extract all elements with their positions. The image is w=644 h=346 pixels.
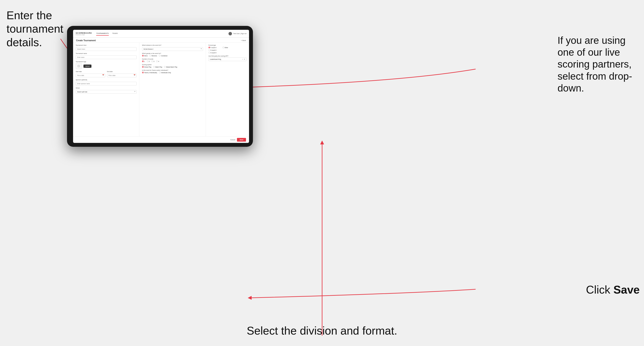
round-2-radio[interactable] xyxy=(147,60,148,62)
host-label: Tournament Host xyxy=(76,44,137,46)
nav-tabs: TOURNAMENTS TEAMS xyxy=(96,31,228,36)
format-6count5-radio[interactable] xyxy=(208,52,210,53)
scoring-medal[interactable]: Medal Match Play xyxy=(164,66,177,68)
scoring-label: Scoring system xyxy=(142,64,203,65)
form-col-3: Format type 5 count 4 Other xyxy=(206,43,249,136)
gender-label: Which gender is the event for? xyxy=(142,53,203,54)
scoring-match[interactable]: Match Play xyxy=(153,66,162,68)
back-link[interactable]: < Back xyxy=(241,39,246,41)
round-3-radio[interactable] xyxy=(151,60,153,62)
division-select-wrapper: NCAA Division I xyxy=(142,47,203,51)
teams-plus-radio[interactable] xyxy=(142,72,144,73)
round-4-radio[interactable] xyxy=(156,60,158,62)
round-3[interactable]: 3 xyxy=(151,60,154,62)
end-date-input[interactable] xyxy=(107,74,137,77)
dates-group: Start date 📅 End date 📅 xyxy=(76,71,137,77)
division-select[interactable]: NCAA Division I xyxy=(142,47,203,51)
upload-button[interactable]: Upload xyxy=(84,65,92,68)
nav-logo: SCOREBOARD Powered by Clippit xyxy=(76,32,92,35)
teams-plus[interactable]: Teams (+Individuals) xyxy=(142,72,157,73)
individuals-only-radio[interactable] xyxy=(159,72,160,73)
scoring-group: Scoring system Stroke Play Match Play xyxy=(142,64,203,68)
tab-tournaments[interactable]: TOURNAMENTS xyxy=(96,31,109,36)
start-label: Start date xyxy=(76,71,105,72)
third-party-value: Leaderboard King xyxy=(210,58,221,60)
format-group: Format type 5 count 4 Other xyxy=(208,44,246,53)
form-col-2: Which division is the event for? NCAA Di… xyxy=(140,43,206,136)
gender-mens[interactable]: Mens xyxy=(142,55,148,57)
format-other[interactable]: Other xyxy=(222,47,228,48)
round-1[interactable]: 1 xyxy=(142,60,145,62)
format-5count4[interactable]: 5 count 4 xyxy=(208,47,216,48)
scoring-stroke[interactable]: Stroke Play xyxy=(142,66,151,68)
logo-group: Tournament logo Upload xyxy=(76,61,137,69)
division-group: Which division is the event for? NCAA Di… xyxy=(142,44,203,51)
round-1-radio[interactable] xyxy=(142,60,144,62)
gender-womens[interactable]: Womens xyxy=(150,55,157,57)
logo-area: Upload xyxy=(76,63,137,69)
end-date-group: End date 📅 xyxy=(107,71,137,77)
sponsor-label: Sponsor (optional) xyxy=(76,79,137,81)
format-5count4-radio[interactable] xyxy=(208,47,210,48)
venue-select[interactable]: Search golf club xyxy=(76,90,137,94)
scoring-medal-radio[interactable] xyxy=(164,66,166,68)
cancel-button[interactable]: Cancel xyxy=(230,139,235,141)
format-type-row-2: 6 count 4 xyxy=(208,49,246,51)
date-row: Start date 📅 End date 📅 xyxy=(76,71,137,77)
gender-radio-group: Mens Womens Combined xyxy=(142,55,203,57)
tablet: SCOREBOARD Powered by Clippit TOURNAMENT… xyxy=(67,26,253,147)
content-header: Create Tournament < Back xyxy=(73,37,249,43)
page-title: Create Tournament xyxy=(76,39,96,42)
name-input[interactable] xyxy=(76,55,137,59)
third-party-label: Use third-party live scoring API? xyxy=(208,55,246,57)
rounds-radio-group: 1 2 3 4 xyxy=(142,60,203,62)
venue-select-wrapper: Search golf club xyxy=(76,89,137,94)
gender-combined-radio[interactable] xyxy=(159,55,160,57)
third-party-input[interactable]: Leaderboard King × ▾ xyxy=(208,57,246,61)
division-label: Which division is the event for? xyxy=(142,44,203,46)
tab-teams[interactable]: TEAMS xyxy=(112,31,118,36)
host-group: Tournament Host xyxy=(76,44,137,51)
format-type-row-3: 6 count 5 xyxy=(208,52,246,53)
annotation-topleft: Enter the tournament details. xyxy=(6,9,71,49)
annotation-bottom: Select the division and format. xyxy=(247,324,397,337)
teams-label: Is this event for Teams and/or Individua… xyxy=(142,69,203,71)
round-4[interactable]: 4 xyxy=(156,60,159,62)
scoring-match-radio[interactable] xyxy=(153,66,155,68)
format-label: Format type xyxy=(208,44,246,46)
rounds-label: Number of rounds xyxy=(142,58,203,60)
tablet-screen: SCOREBOARD Powered by Clippit TOURNAMENT… xyxy=(73,30,249,143)
calendar-icon-end: 📅 xyxy=(134,74,136,76)
start-date-input[interactable] xyxy=(76,74,105,77)
rounds-group: Number of rounds 1 2 xyxy=(142,58,203,62)
save-button[interactable]: Save xyxy=(237,138,246,142)
gender-combined[interactable]: Combined xyxy=(159,55,167,57)
form-layout: Tournament Host Tournament name Tourname… xyxy=(73,43,249,136)
form-footer: Cancel Save xyxy=(73,136,249,143)
format-6count4-radio[interactable] xyxy=(208,49,210,51)
venue-group: Venue Search golf club xyxy=(76,87,137,94)
host-input[interactable] xyxy=(76,47,137,51)
format-other-radio[interactable] xyxy=(222,47,224,48)
sponsor-input[interactable] xyxy=(76,82,137,85)
gender-mens-radio[interactable] xyxy=(142,55,144,57)
nav-right: Test User | Sign out xyxy=(228,32,246,35)
logo-sub: Powered by Clippit xyxy=(76,34,92,35)
scoring-stroke-radio[interactable] xyxy=(142,66,144,68)
individuals-only[interactable]: Individuals Only xyxy=(159,72,171,73)
tag-actions: × ▾ xyxy=(242,58,245,60)
avatar xyxy=(228,32,232,35)
format-6count5[interactable]: 6 count 5 xyxy=(208,52,246,53)
teams-radio-group: Teams (+Individuals) Individuals Only xyxy=(142,72,203,73)
user-info: Test User | Sign out xyxy=(233,33,246,34)
main-content: Create Tournament < Back Tournament Host… xyxy=(73,37,249,143)
tag-dropdown-icon[interactable]: ▾ xyxy=(244,58,245,60)
logo-label: Tournament logo xyxy=(76,61,137,62)
tag-clear-icon[interactable]: × xyxy=(242,58,243,60)
logo-main: SCOREBOARD xyxy=(76,32,92,34)
format-6count4[interactable]: 6 count 4 xyxy=(208,49,246,51)
gender-group: Which gender is the event for? Mens Wome… xyxy=(142,53,203,57)
gender-womens-radio[interactable] xyxy=(150,55,151,57)
round-2[interactable]: 2 xyxy=(147,60,150,62)
end-date-wrapper: 📅 xyxy=(107,73,137,77)
